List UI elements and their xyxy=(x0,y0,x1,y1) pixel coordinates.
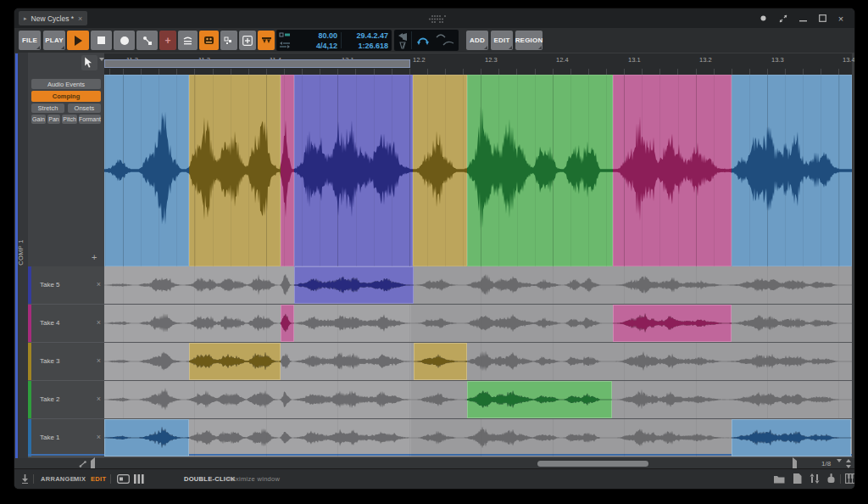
formant-button[interactable]: Formant xyxy=(79,115,101,124)
onsets-button[interactable]: Onsets xyxy=(68,104,101,113)
piano-keyboard-icon[interactable] xyxy=(845,473,854,484)
add-box-icon xyxy=(242,36,253,46)
tempo-timesig-display[interactable]: 80.00 4/4,12 xyxy=(292,30,337,51)
pitch-button[interactable]: Pitch xyxy=(62,115,77,124)
loop-toggle-icon[interactable] xyxy=(415,35,431,46)
preroll-fade-icons[interactable] xyxy=(435,31,455,49)
transport-display-mode-icons[interactable] xyxy=(279,30,291,51)
link-zoom-icon[interactable] xyxy=(79,461,87,468)
comping-button[interactable]: Comping xyxy=(31,91,101,102)
timeline-ruler[interactable]: 11.2 11.3 11.4 12.1 12.2 12.3 12.4 13.1 … xyxy=(104,53,852,75)
grid-resolution-value[interactable]: 1/8 xyxy=(821,460,831,468)
loop-region-bar[interactable] xyxy=(104,59,410,68)
ruler-label: 13.1 xyxy=(628,56,641,64)
window-drag-dots-icon[interactable] xyxy=(427,14,449,24)
take-waveform xyxy=(104,419,852,456)
ruler-label: 12.2 xyxy=(413,56,426,64)
fullscreen-icon[interactable] xyxy=(776,12,790,25)
take-header[interactable]: Take 4 × xyxy=(28,305,104,343)
take-lane[interactable] xyxy=(104,305,852,343)
maximize-icon[interactable] xyxy=(815,12,829,25)
automation-write-icon xyxy=(142,36,153,46)
pointer-tool-button[interactable] xyxy=(81,55,97,70)
audio-editor: COMP 1 Audio Events Comping Stretch Onse… xyxy=(14,53,854,469)
titlebar[interactable]: ▸ New Cycles * × × xyxy=(14,8,854,28)
panel-layout-icon[interactable] xyxy=(117,474,130,484)
take-color-stripe xyxy=(28,381,31,418)
take-delete-icon[interactable]: × xyxy=(97,356,101,365)
transport-display[interactable]: 80.00 4/4,12 29.4.2.47 1:26.618 xyxy=(276,30,392,51)
take-header[interactable]: Take 3 × xyxy=(28,343,104,381)
take-label: Take 4 xyxy=(40,319,60,327)
take-lane[interactable] xyxy=(104,419,852,457)
position-time-display[interactable]: 29.4.2.47 1:26.618 xyxy=(342,30,388,51)
take-header[interactable]: Take 2 × xyxy=(28,381,104,419)
audio-events-button[interactable]: Audio Events xyxy=(31,79,101,89)
inspector-toggle-icon[interactable] xyxy=(21,474,29,484)
take-label: Take 3 xyxy=(40,357,60,365)
take-delete-icon[interactable]: × xyxy=(97,280,101,288)
tab-close-icon[interactable]: × xyxy=(78,14,82,23)
snap-settings-button[interactable] xyxy=(220,31,237,50)
gain-button[interactable]: Gain xyxy=(31,115,46,124)
punch-in-button[interactable]: + xyxy=(159,31,176,50)
ruler-ticks xyxy=(104,69,852,75)
take-lane[interactable] xyxy=(104,266,852,305)
pointer-hand-icon[interactable] xyxy=(826,473,836,484)
ruler-label: 13.4 xyxy=(843,56,854,64)
stretch-button[interactable]: Stretch xyxy=(31,104,64,113)
browser-folder-icon[interactable] xyxy=(774,474,785,484)
playhead-position-value[interactable]: 29.4.2.47 xyxy=(342,31,388,41)
vertical-zoom-icon[interactable] xyxy=(845,459,852,468)
stop-icon xyxy=(97,36,105,44)
edit-view-tab[interactable]: EDIT xyxy=(91,475,106,483)
take-waveform xyxy=(104,305,852,342)
take-delete-icon[interactable]: × xyxy=(97,395,101,403)
comping-takes-icon xyxy=(203,36,214,45)
play-icon xyxy=(75,36,82,46)
record-button[interactable] xyxy=(114,31,135,50)
close-icon[interactable]: × xyxy=(834,12,848,25)
sort-arrows-icon[interactable] xyxy=(810,473,820,484)
ruler-label: 12.3 xyxy=(485,56,498,64)
add-take-button[interactable]: + xyxy=(92,252,97,262)
time-signature-value[interactable]: 4/4,12 xyxy=(292,41,337,51)
region-menu-button[interactable]: REGION xyxy=(515,31,542,50)
automation-write-button[interactable] xyxy=(136,31,158,50)
take-delete-icon[interactable]: × xyxy=(97,433,101,441)
mix-view-tab[interactable]: MIX xyxy=(74,475,86,483)
columns-layout-icon[interactable] xyxy=(134,474,144,484)
minimize-icon[interactable] xyxy=(796,12,810,25)
comp-track-name: COMP 1 xyxy=(17,228,25,277)
cue-metronome-icons[interactable] xyxy=(397,31,409,49)
add-menu-button[interactable]: ADD xyxy=(466,31,488,50)
playhead-time-value[interactable]: 1:26.618 xyxy=(342,41,388,51)
take-header[interactable]: Take 5 × xyxy=(28,266,104,305)
file-menu-button[interactable]: FILE xyxy=(19,31,41,50)
file-page-icon[interactable] xyxy=(793,473,802,484)
edit-menu-button[interactable]: EDIT xyxy=(491,31,513,50)
comping-mode-button[interactable] xyxy=(199,31,219,50)
arrange-view-tab[interactable]: ARRANGE xyxy=(41,475,75,483)
take-delete-icon[interactable]: × xyxy=(97,318,101,327)
project-tab[interactable]: ▸ New Cycles * × xyxy=(19,11,87,25)
take-color-stripe xyxy=(28,343,31,380)
screen: ▸ New Cycles * × × FILE PLAY xyxy=(0,0,868,504)
track-rail: COMP 1 xyxy=(14,53,28,469)
pan-button[interactable]: Pan xyxy=(47,115,60,124)
take-lane[interactable] xyxy=(104,343,852,381)
hint-description: Maximize window xyxy=(226,475,280,483)
play-button[interactable] xyxy=(67,31,89,50)
loop-controls-display xyxy=(394,30,459,51)
play-menu-button[interactable]: PLAY xyxy=(43,31,65,50)
take-header[interactable]: Take 1 × xyxy=(28,419,104,457)
tempo-value[interactable]: 80.00 xyxy=(292,31,337,41)
comp-main-area[interactable] xyxy=(104,75,852,267)
horizontal-scrollbar[interactable] xyxy=(537,461,648,467)
takes-layers-button[interactable] xyxy=(178,31,198,50)
stop-button[interactable] xyxy=(91,31,112,50)
take-lane[interactable] xyxy=(104,381,852,419)
take-label: Take 1 xyxy=(40,434,60,441)
add-object-button[interactable] xyxy=(239,31,256,50)
follow-playhead-button[interactable] xyxy=(258,31,275,50)
